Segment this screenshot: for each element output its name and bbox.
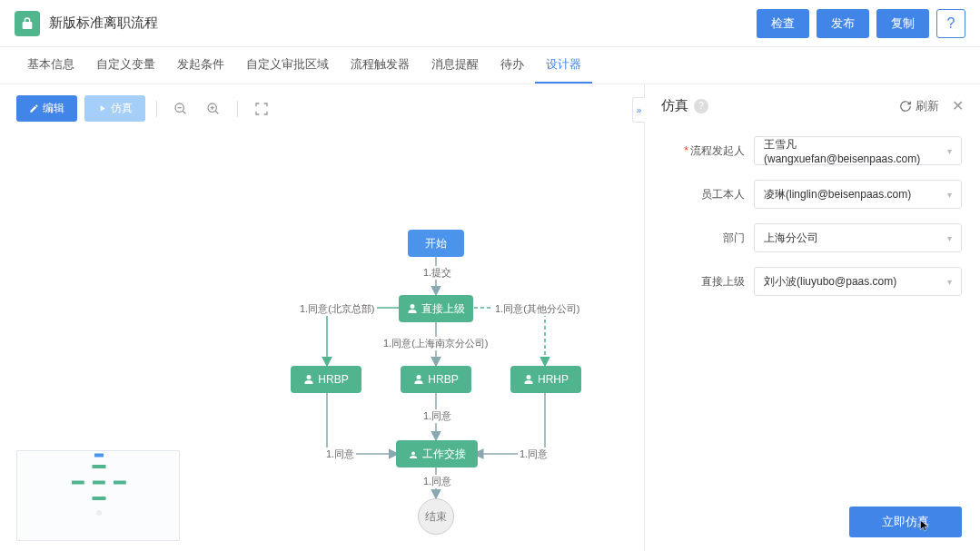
edge-label-agree-3: 1.同意 [518,448,549,461]
edge-label-submit: 1.提交 [421,266,453,280]
tab-approval-area[interactable]: 自定义审批区域 [235,47,340,84]
collapse-panel-icon[interactable]: » [632,97,645,123]
toolbar-separator [156,101,157,117]
minimap[interactable] [16,450,180,541]
edge-label-agree-bj: 1.同意(北京总部) [298,302,377,316]
svg-line-1 [183,111,185,113]
tab-basic-info[interactable]: 基本信息 [16,47,85,84]
tab-notifications[interactable]: 消息提醒 [421,47,490,84]
node-end[interactable]: 结束 [418,498,454,535]
zoom-in-icon[interactable] [201,96,226,122]
dept-select[interactable]: 上海分公司 ▾ [754,223,962,252]
edit-button[interactable]: 编辑 [16,95,77,122]
app-header: 新版标准离职流程 检查 发布 复制 ? [0,0,980,47]
tab-triggers[interactable]: 流程触发器 [340,47,421,84]
page-title: 新版标准离职流程 [49,15,158,32]
main-tabs: 基本信息 自定义变量 发起条件 自定义审批区域 流程触发器 消息提醒 待办 设计… [0,47,980,84]
panel-footer: 立即仿真 [645,492,980,551]
check-button[interactable]: 检查 [757,9,809,38]
chevron-down-icon: ▾ [947,146,952,156]
supervisor-select[interactable]: 刘小波(liuyubo@paas.com) ▾ [754,267,962,296]
field-dept: 部门 上海分公司 ▾ [663,223,962,252]
node-handover[interactable]: 工作交接 [396,440,478,467]
close-icon[interactable]: ✕ [952,97,964,114]
edge-label-agree-4: 1.同意 [421,475,453,488]
simulation-panel: » 仿真 ? 刷新 ✕ *流程发起人 王雪凡(wangxuefan@beisen… [644,84,980,551]
copy-button[interactable]: 复制 [876,9,929,38]
fit-screen-icon[interactable] [249,96,274,122]
tab-designer[interactable]: 设计器 [535,47,592,84]
app-logo-icon [15,11,40,36]
panel-body: *流程发起人 王雪凡(wangxuefan@beisenpaas.com) ▾ … [645,127,980,492]
field-supervisor: 直接上级 刘小波(liuyubo@paas.com) ▾ [663,267,962,296]
employee-select[interactable]: 凌琳(linglin@beisenpaas.com) ▾ [754,180,962,209]
canvas-toolbar: 编辑 仿真 [16,95,274,122]
publish-button[interactable]: 发布 [817,9,869,38]
help-icon[interactable]: ? [694,99,708,113]
panel-title: 仿真 [661,97,688,114]
zoom-out-icon[interactable] [168,96,193,122]
edge-label-agree-1: 1.同意 [421,409,453,423]
simulate-button[interactable]: 仿真 [84,95,145,122]
tab-todo[interactable]: 待办 [490,47,535,84]
initiator-select[interactable]: 王雪凡(wangxuefan@beisenpaas.com) ▾ [754,136,962,165]
node-hrbp-2[interactable]: HRBP [401,366,471,393]
workspace: 编辑 仿真 [0,84,980,551]
canvas[interactable]: 编辑 仿真 [0,84,644,551]
node-start[interactable]: 开始 [408,230,464,257]
edge-label-agree-other: 1.同意(其他分公司) [493,302,582,316]
edge-label-agree-shnj: 1.同意(上海南京分公司) [381,337,490,350]
help-button[interactable]: ? [936,9,965,38]
tab-conditions[interactable]: 发起条件 [166,47,235,84]
chevron-down-icon: ▾ [947,233,952,243]
chevron-down-icon: ▾ [947,277,952,287]
field-initiator: *流程发起人 王雪凡(wangxuefan@beisenpaas.com) ▾ [663,136,962,165]
run-simulation-button[interactable]: 立即仿真 [849,507,962,537]
refresh-button[interactable]: 刷新 [899,98,939,114]
tab-custom-vars[interactable]: 自定义变量 [85,47,166,84]
cursor-icon [918,519,931,532]
node-hrbp-1[interactable]: HRBP [291,366,361,393]
panel-header: 仿真 ? 刷新 ✕ [645,84,980,127]
header-actions: 检查 发布 复制 ? [757,9,965,38]
node-hrhp[interactable]: HRHP [510,366,581,393]
edge-label-agree-2: 1.同意 [324,448,356,461]
chevron-down-icon: ▾ [947,190,952,200]
svg-line-4 [215,111,218,113]
toolbar-separator-2 [237,101,238,117]
node-direct-supervisor[interactable]: 直接上级 [399,295,473,322]
field-employee: 员工本人 凌琳(linglin@beisenpaas.com) ▾ [663,180,962,209]
